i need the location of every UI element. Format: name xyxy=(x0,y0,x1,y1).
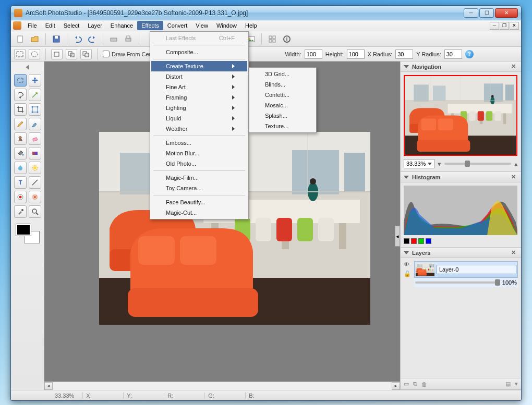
marquee-ellipse-icon[interactable] xyxy=(29,49,40,59)
menu-enhance[interactable]: Enhance xyxy=(106,21,137,30)
eyedrop-tool[interactable] xyxy=(14,205,27,218)
effects-old-photo-[interactable]: Old Photo... xyxy=(151,158,247,169)
redo-icon[interactable] xyxy=(86,33,99,45)
menu-file[interactable]: File xyxy=(23,21,41,30)
transform-tool[interactable] xyxy=(29,103,41,116)
effects-distort[interactable]: Distort xyxy=(151,71,247,82)
heal-tool[interactable] xyxy=(29,191,41,203)
move-tool[interactable] xyxy=(29,74,41,87)
mdi-restore-button[interactable]: ❐ xyxy=(500,22,509,30)
marquee-rect-icon[interactable] xyxy=(14,49,26,59)
menu-window[interactable]: Window xyxy=(212,21,241,30)
new-file-icon[interactable] xyxy=(14,33,27,45)
effects-motion-blur-[interactable]: Motion Blur... xyxy=(151,148,247,158)
chevron-down-icon[interactable] xyxy=(404,251,409,254)
chevron-down-icon[interactable] xyxy=(404,65,409,68)
layer-row[interactable] xyxy=(414,261,518,278)
histogram-channel-swatch[interactable] xyxy=(418,238,424,244)
menu-select[interactable]: Select xyxy=(59,21,84,30)
effects-weather[interactable]: Weather xyxy=(151,124,247,134)
delete-layer-icon[interactable]: 🗑 xyxy=(421,381,427,387)
mdi-close-button[interactable]: ✕ xyxy=(510,22,519,30)
histogram-channel-swatch[interactable] xyxy=(411,238,417,244)
undo-icon[interactable] xyxy=(71,33,84,45)
zoom-in-icon[interactable]: ▴ xyxy=(514,160,518,168)
maximize-button[interactable]: ☐ xyxy=(479,8,494,18)
selection-add-icon[interactable] xyxy=(66,49,77,59)
layer-name-input[interactable] xyxy=(437,265,516,274)
text-tool[interactable]: T xyxy=(14,176,27,189)
marquee-tool[interactable] xyxy=(14,74,27,87)
open-file-icon[interactable] xyxy=(29,33,41,45)
effects-lighting[interactable]: Lighting xyxy=(151,103,247,113)
bucket-tool[interactable] xyxy=(14,147,27,159)
save-icon[interactable] xyxy=(50,33,63,45)
chevron-down-icon[interactable] xyxy=(404,176,409,179)
histogram-close-icon[interactable]: ✕ xyxy=(509,174,518,180)
zoom-slider[interactable] xyxy=(444,163,511,165)
navigation-close-icon[interactable]: ✕ xyxy=(509,63,518,70)
layers-close-icon[interactable]: ✕ xyxy=(509,249,518,256)
effects-composite-[interactable]: Composite... xyxy=(151,47,247,57)
wand-tool[interactable] xyxy=(29,89,41,101)
help-icon[interactable]: ? xyxy=(465,50,474,58)
h-scrollbar[interactable]: ◄ ► xyxy=(44,382,400,390)
panel-collapse-icon[interactable]: ▾ xyxy=(515,381,518,387)
dodge-tool[interactable] xyxy=(29,162,41,174)
zoom-out-icon[interactable]: ▾ xyxy=(438,160,441,168)
mdi-minimize-button[interactable]: ─ xyxy=(490,22,499,30)
effects-magic-cut-[interactable]: Magic-Cut... xyxy=(151,207,247,218)
effects-liquid[interactable]: Liquid xyxy=(151,113,247,124)
crop-tool[interactable] xyxy=(14,103,27,116)
texture-confetti-[interactable]: Confetti... xyxy=(250,90,315,100)
new-layer-icon[interactable]: ▭ xyxy=(404,381,409,387)
info-icon[interactable]: i xyxy=(281,33,293,45)
zoom-dropdown[interactable]: 33.33% xyxy=(404,159,434,168)
effects-framing[interactable]: Framing xyxy=(151,92,247,103)
duplicate-layer-icon[interactable]: ⧉ xyxy=(413,381,417,387)
scroll-right-icon[interactable]: ► xyxy=(392,382,400,390)
effects-toy-camera-[interactable]: Toy Camera... xyxy=(151,183,247,193)
pencil-tool[interactable] xyxy=(14,118,27,130)
opacity-slider[interactable] xyxy=(415,281,500,284)
minimize-button[interactable]: ─ xyxy=(464,8,478,18)
scroll-left-icon[interactable]: ◄ xyxy=(44,382,53,390)
histogram-channel-swatch[interactable] xyxy=(404,238,409,244)
effects-magic-film-[interactable]: Magic-Film... xyxy=(151,173,247,183)
texture-splash-[interactable]: Splash... xyxy=(250,111,315,121)
layer-visible-icon[interactable]: 👁 xyxy=(404,261,411,267)
grid-icon[interactable] xyxy=(266,33,279,45)
scanner-icon[interactable] xyxy=(107,33,120,45)
stamp-tool[interactable] xyxy=(14,132,27,145)
eraser-tool[interactable] xyxy=(29,132,41,145)
histogram-channel-swatch[interactable] xyxy=(426,238,431,244)
effects-face-beautify-[interactable]: Face Beautify... xyxy=(151,197,247,207)
texture--d-grid-[interactable]: 3D Grid... xyxy=(250,69,315,79)
texture-mosaic-[interactable]: Mosaic... xyxy=(250,100,315,111)
fg-color-swatch[interactable] xyxy=(16,224,31,236)
effects-create-texture[interactable]: Create Texture xyxy=(151,61,247,71)
color-swatches[interactable] xyxy=(16,224,39,243)
texture-blinds-[interactable]: Blinds... xyxy=(250,79,315,90)
width-input[interactable] xyxy=(305,50,322,59)
xradius-input[interactable] xyxy=(395,50,413,59)
effects-fine-art[interactable]: Fine Art xyxy=(151,82,247,92)
menu-effects[interactable]: Effects xyxy=(137,21,163,30)
menu-convert[interactable]: Convert xyxy=(163,21,192,30)
blur-tool[interactable] xyxy=(14,162,27,174)
toolbox-collapse-icon[interactable] xyxy=(25,65,30,70)
effects-emboss-[interactable]: Emboss... xyxy=(151,138,247,148)
menu-view[interactable]: View xyxy=(191,21,212,30)
redeye-tool[interactable] xyxy=(14,191,27,203)
line-tool[interactable] xyxy=(29,176,41,189)
menu-edit[interactable]: Edit xyxy=(41,21,59,30)
yradius-input[interactable] xyxy=(444,50,462,59)
texture-texture-[interactable]: Texture... xyxy=(250,121,315,131)
gradient-tool[interactable] xyxy=(29,147,41,159)
zoom-tool[interactable] xyxy=(29,205,41,218)
lasso-tool[interactable] xyxy=(14,89,27,101)
menu-layer[interactable]: Layer xyxy=(83,21,106,30)
close-button[interactable]: ✕ xyxy=(495,8,518,18)
print-icon[interactable] xyxy=(122,33,135,45)
menu-help[interactable]: Help xyxy=(241,21,261,30)
